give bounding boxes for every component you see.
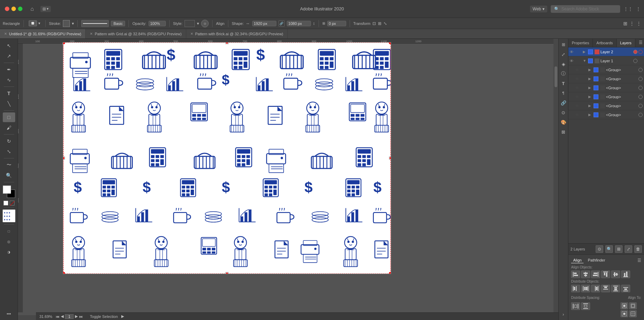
- group-row-5[interactable]: 👁 ▶ <Group>: [568, 101, 644, 110]
- pen-tool[interactable]: ✒: [3, 65, 15, 74]
- fill-icon[interactable]: [3, 201, 8, 205]
- align-right-btn[interactable]: [591, 271, 600, 278]
- transform-icon[interactable]: ⤢: [560, 51, 567, 58]
- align-left-btn[interactable]: [571, 271, 580, 278]
- layer2-visibility-icon[interactable]: 👁: [570, 50, 576, 54]
- style-swatch[interactable]: [184, 20, 195, 27]
- width-input[interactable]: [252, 21, 276, 26]
- group5-visibility-icon[interactable]: 👁: [575, 104, 581, 108]
- info-icon[interactable]: ⓘ: [560, 70, 567, 77]
- more-tools-icon[interactable]: •••: [7, 312, 11, 318]
- foreground-color-swatch[interactable]: [3, 185, 11, 194]
- align-panel-menu-icon[interactable]: ☰: [637, 258, 641, 263]
- group3-circle[interactable]: [638, 86, 643, 90]
- layer1-visibility-icon[interactable]: 👁: [570, 59, 576, 63]
- opacity-input[interactable]: [149, 21, 166, 26]
- color-guide-icon[interactable]: 🎨: [560, 118, 567, 126]
- group4-expand-icon[interactable]: ▶: [588, 95, 593, 99]
- layer-row-layer1[interactable]: 👁 ▼ Layer 1: [568, 56, 644, 65]
- align-center-h-btn[interactable]: [581, 271, 590, 278]
- next-page-btn[interactable]: ▶: [75, 314, 78, 319]
- distribute-center-h-btn[interactable]: [581, 285, 590, 292]
- selection-tool[interactable]: ↖: [3, 41, 15, 51]
- group6-expand-icon[interactable]: ▶: [588, 113, 593, 117]
- collapse-panel-icon[interactable]: ›: [560, 310, 567, 318]
- group2-expand-icon[interactable]: ▶: [588, 77, 593, 81]
- close-button[interactable]: [5, 7, 9, 11]
- color-mode[interactable]: ◑: [3, 247, 15, 257]
- group-row-1[interactable]: 👁 ▶ <Group>: [568, 65, 644, 74]
- more-toolbar-icon[interactable]: ⋮: [629, 21, 634, 26]
- panels-icon[interactable]: ⊞: [623, 21, 627, 26]
- layer-comp-icon[interactable]: ⊞: [560, 41, 567, 48]
- layer2-expand-icon[interactable]: ▶: [583, 50, 587, 54]
- basic-label[interactable]: Basic: [111, 21, 125, 26]
- appearance-icon[interactable]: ◈: [560, 60, 567, 68]
- group6-circle[interactable]: [638, 113, 643, 117]
- vertical-scrollbar-thumb[interactable]: [555, 66, 557, 87]
- stock-search-bar[interactable]: 🔍: [551, 5, 620, 13]
- x-input[interactable]: [327, 21, 346, 26]
- tab-grid[interactable]: ✕ Pattern with Grid.ai @ 32.84% (RGB/GPU…: [86, 29, 186, 38]
- maximize-button[interactable]: [18, 7, 22, 11]
- group2-circle[interactable]: [638, 77, 643, 81]
- distribute-center-v-btn[interactable]: [611, 285, 620, 292]
- group4-visibility-icon[interactable]: 👁: [575, 95, 581, 99]
- panel-options-icon[interactable]: ⋮⋮: [624, 6, 633, 11]
- scale-tool[interactable]: ⤡: [3, 147, 15, 156]
- align-to-artboard-btn[interactable]: [621, 310, 628, 317]
- direct-selection-tool[interactable]: ↗: [3, 51, 15, 61]
- new-layer-icon[interactable]: ⊞: [615, 245, 623, 253]
- layer1-target-circle[interactable]: [633, 59, 637, 63]
- tab-close-brick[interactable]: ✕: [190, 32, 193, 36]
- distribute-left-btn[interactable]: [571, 285, 580, 292]
- curvature-tool[interactable]: ∿: [3, 75, 15, 85]
- last-page-btn[interactable]: ⏭: [79, 314, 83, 319]
- align-center-v-btn[interactable]: [611, 271, 620, 278]
- align-tab[interactable]: Align: [571, 257, 584, 263]
- distribute-bottom-btn[interactable]: [621, 285, 630, 292]
- rectangle-tool[interactable]: □: [3, 112, 15, 122]
- image-trace-icon[interactable]: ⊙: [560, 109, 567, 116]
- play-btn[interactable]: ▶: [121, 314, 124, 319]
- paragraph-icon[interactable]: ¶: [560, 89, 567, 97]
- move-to-layer-icon[interactable]: ⤤: [625, 245, 632, 253]
- draw-mode[interactable]: ◎: [3, 237, 15, 246]
- pathfinder-tab[interactable]: Pathfinder: [586, 257, 607, 263]
- align-to-key-object-btn[interactable]: [629, 302, 637, 309]
- group1-circle[interactable]: [638, 68, 643, 72]
- vertical-scrollbar[interactable]: [553, 39, 558, 315]
- paintbrush-tool[interactable]: 🖌: [3, 123, 15, 132]
- group4-circle[interactable]: [638, 95, 643, 99]
- height-input[interactable]: [287, 21, 311, 26]
- group1-expand-icon[interactable]: ▶: [588, 68, 593, 72]
- first-page-btn[interactable]: ⏮: [56, 314, 59, 319]
- prev-page-btn[interactable]: ◀: [61, 314, 64, 319]
- align-bottom-btn[interactable]: [621, 271, 630, 278]
- artboards-tab[interactable]: Artboards: [593, 39, 617, 47]
- place-icon[interactable]: ⊠: [560, 128, 567, 136]
- distribute-right-btn[interactable]: [591, 285, 600, 292]
- align-to-page-btn[interactable]: [629, 310, 637, 317]
- group-row-4[interactable]: 👁 ▶ <Group>: [568, 92, 644, 101]
- web-dropdown[interactable]: Web ▾: [530, 6, 547, 12]
- properties-tab[interactable]: Properties: [568, 39, 593, 47]
- stock-search-input[interactable]: [561, 7, 617, 11]
- line-tool[interactable]: ╲: [3, 99, 15, 109]
- group-row-6[interactable]: 👁 ▶ <Group>: [568, 110, 644, 119]
- link-icon[interactable]: 🔗: [560, 99, 567, 107]
- tab-close-grid[interactable]: ✕: [90, 32, 93, 36]
- lock-proportions-icon[interactable]: 🔗: [278, 20, 285, 27]
- panel-menu-icon[interactable]: ☰: [637, 39, 644, 47]
- tab-untitled[interactable]: ✕ Untitled-1* @ 31.69% (RGB/GPU Preview): [0, 29, 86, 38]
- group3-visibility-icon[interactable]: 👁: [575, 86, 581, 90]
- more-options-icon[interactable]: ⋮: [636, 6, 641, 11]
- zoom-tool[interactable]: 🔍: [3, 171, 15, 180]
- warp-tool[interactable]: 〜: [3, 160, 15, 170]
- group-row-3[interactable]: 👁 ▶ <Group>: [568, 83, 644, 92]
- stroke-style-selector[interactable]: [81, 20, 109, 27]
- change-screen-mode[interactable]: □: [3, 226, 15, 236]
- group5-circle[interactable]: [638, 104, 643, 108]
- layer1-expand-icon[interactable]: ▼: [583, 59, 587, 63]
- distribute-h-space-btn[interactable]: [571, 302, 580, 310]
